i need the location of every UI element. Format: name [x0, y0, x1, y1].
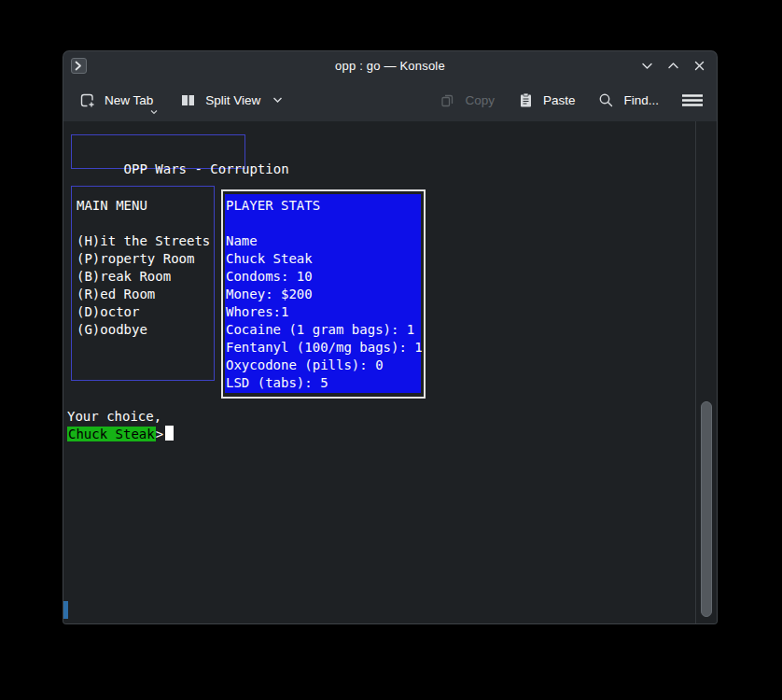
split-view-label: Split View	[205, 93, 260, 107]
menu-item: (D)octor	[77, 303, 214, 321]
prompt-input-line[interactable]: Chuck Steak>	[67, 426, 174, 443]
output-activity-indicator	[63, 601, 68, 619]
maximize-icon[interactable]	[666, 59, 680, 73]
player-stats-lines: NameChuck SteakCondoms: 10Money: $200Who…	[226, 232, 421, 392]
new-tab-label: New Tab	[105, 93, 153, 107]
dropdown-caret-icon[interactable]	[149, 109, 159, 116]
stat-line: Condoms: 10	[226, 268, 421, 286]
window-title: opp : go — Konsole	[63, 59, 717, 73]
main-menu-items: (H)it the Streets(P)roperty Room(B)reak …	[77, 232, 214, 339]
menu-item: (H)it the Streets	[77, 232, 214, 250]
find-label: Find...	[623, 93, 659, 107]
menu-item: (B)reak Room	[77, 268, 214, 286]
player-stats-box: PLAYER STATS NameChuck SteakCondoms: 10M…	[221, 189, 426, 399]
menu-item: (R)ed Room	[77, 286, 214, 303]
prompt-char: >	[156, 427, 163, 441]
terminal-scrollbar[interactable]	[695, 121, 717, 623]
hamburger-menu-icon[interactable]	[681, 91, 704, 109]
player-stats-title: PLAYER STATS	[226, 197, 421, 215]
stat-line: LSD (tabs): 5	[226, 374, 421, 392]
menu-item: (G)oodbye	[77, 321, 214, 339]
paste-label: Paste	[543, 93, 576, 107]
stat-line: Whores:1	[226, 303, 421, 321]
find-button[interactable]: Find...	[597, 91, 659, 109]
search-icon	[597, 91, 615, 109]
new-tab-icon	[78, 91, 96, 109]
terminal-cursor	[165, 426, 174, 441]
chevron-down-icon[interactable]	[272, 96, 284, 105]
game-banner-box: OPP Wars - Corruption	[71, 134, 245, 169]
paste-icon	[517, 91, 535, 109]
stat-line: Fentanyl (100/mg bags): 1	[226, 339, 421, 357]
toolbar: New Tab Split View	[63, 79, 717, 121]
split-view-icon	[179, 91, 197, 109]
copy-label: Copy	[465, 93, 495, 107]
player-stats-fill: PLAYER STATS NameChuck SteakCondoms: 10M…	[225, 194, 421, 393]
stat-line: Cocaine (1 gram bags): 1	[226, 321, 421, 339]
split-view-button[interactable]: Split View	[179, 91, 284, 109]
player-name-highlight: Chuck Steak	[67, 427, 156, 441]
scrollbar-thumb[interactable]	[701, 401, 712, 617]
konsole-app-icon	[71, 58, 87, 74]
terminal-display[interactable]: OPP Wars - Corruption MAIN MENU (H)it th…	[63, 121, 717, 623]
copy-button[interactable]: Copy	[439, 91, 495, 109]
stat-line: Name	[226, 232, 421, 250]
prompt-question: Your choice,	[67, 408, 161, 426]
new-tab-button[interactable]: New Tab	[78, 91, 153, 109]
titlebar[interactable]: opp : go — Konsole	[63, 51, 717, 79]
main-menu-box: MAIN MENU (H)it the Streets(P)roperty Ro…	[71, 186, 215, 381]
paste-button[interactable]: Paste	[517, 91, 576, 109]
game-banner-text: OPP Wars - Corruption	[124, 161, 289, 176]
stat-line: Chuck Steak	[226, 250, 421, 268]
stat-line: Money: $200	[226, 286, 421, 303]
copy-icon	[439, 91, 456, 109]
konsole-window: opp : go — Konsole New Tab	[63, 51, 717, 623]
menu-item: (P)roperty Room	[77, 250, 214, 268]
main-menu-title: MAIN MENU	[77, 197, 214, 215]
minimize-icon[interactable]	[640, 59, 654, 73]
close-icon[interactable]	[692, 59, 706, 73]
stat-line: Oxycodone (pills): 0	[226, 357, 421, 374]
